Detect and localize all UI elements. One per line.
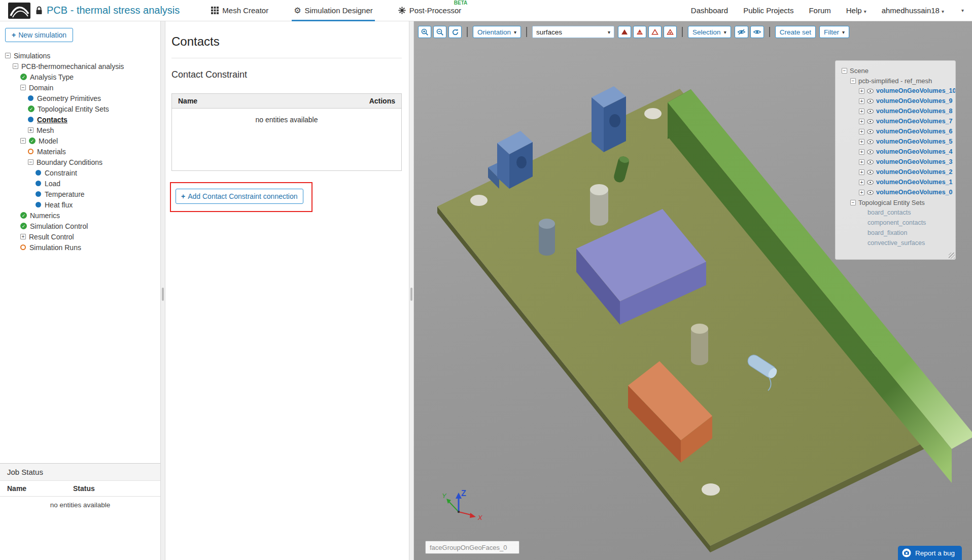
panel-viewport-divider[interactable] — [409, 21, 414, 560]
plus-expander-icon[interactable]: + — [859, 109, 864, 114]
plus-expander-icon[interactable]: + — [20, 234, 26, 239]
panel-resize-handle[interactable] — [162, 288, 164, 301]
link-public-projects[interactable]: Public Projects — [743, 6, 793, 15]
clip-plane-button-2[interactable] — [633, 26, 646, 38]
tree-item-result-control[interactable]: +Result Control — [0, 231, 160, 242]
create-set-button[interactable]: Create set — [775, 26, 816, 38]
link-dashboard[interactable]: Dashboard — [691, 6, 728, 15]
show-all-button[interactable] — [750, 26, 764, 38]
scene-tree-item-topological-entity-sets[interactable]: −Topological Entity Sets — [839, 197, 952, 207]
new-simulation-button[interactable]: + New simulation — [5, 28, 73, 42]
plus-expander-icon[interactable]: + — [28, 127, 33, 133]
plus-expander-icon[interactable]: + — [859, 149, 864, 155]
nav-post-processor[interactable]: Post-Processor BETA — [396, 0, 464, 21]
orientation-dropdown[interactable]: Orientation ▾ — [473, 26, 521, 38]
tree-item-numerics[interactable]: ✓Numerics — [0, 210, 160, 221]
tree-item-boundary-conditions[interactable]: −Boundary Conditions — [0, 157, 160, 167]
selection-dropdown[interactable]: Selection ▾ — [688, 26, 731, 38]
scene-tree-resize-handle[interactable] — [949, 253, 955, 259]
tree-item-simulation-runs[interactable]: Simulation Runs — [0, 242, 160, 253]
add-contact-constraint-button[interactable]: + Add Contact Constraint connection — [176, 189, 303, 204]
minus-expander-icon[interactable]: − — [20, 85, 26, 90]
panel-resize-handle[interactable] — [410, 288, 412, 301]
visibility-eye-icon[interactable] — [867, 99, 874, 103]
scene-tree-item-volumeongeovolumes-4[interactable]: +volumeOnGeoVolumes_4 — [839, 147, 952, 157]
tree-item-load[interactable]: Load — [0, 178, 160, 189]
tree-item-mesh[interactable]: +Mesh — [0, 125, 160, 135]
tree-item-simulations[interactable]: −Simulations — [0, 50, 160, 61]
tree-item-model[interactable]: −✓Model — [0, 135, 160, 146]
plus-expander-icon[interactable]: + — [859, 180, 864, 185]
plus-expander-icon[interactable]: + — [859, 190, 864, 195]
plus-expander-icon[interactable]: + — [859, 169, 864, 175]
3d-viewport[interactable]: X Y Z — [414, 21, 972, 560]
tree-item-temperature[interactable]: Temperature — [0, 189, 160, 199]
plus-expander-icon[interactable]: + — [859, 119, 864, 124]
scene-tree-item-volumeongeovolumes-0[interactable]: +volumeOnGeoVolumes_0 — [839, 187, 952, 197]
minus-expander-icon[interactable]: − — [850, 78, 856, 84]
tree-item-topological-entity-sets[interactable]: ✓Topological Entity Sets — [0, 103, 160, 114]
visibility-eye-icon[interactable] — [867, 180, 874, 185]
plus-expander-icon[interactable]: + — [859, 139, 864, 145]
scene-tree-item-scene[interactable]: −Scene — [839, 65, 952, 76]
sidebar-panel-divider[interactable] — [160, 21, 165, 560]
tree-item-simulation-control[interactable]: ✓Simulation Control — [0, 221, 160, 231]
visibility-eye-icon[interactable] — [867, 170, 874, 174]
hide-selection-button[interactable] — [735, 26, 748, 38]
scene-tree-item-board-fixation[interactable]: board_fixation — [839, 228, 952, 238]
tree-item-constraint[interactable]: Constraint — [0, 167, 160, 178]
face-group-input[interactable] — [425, 541, 519, 554]
tree-item-materials[interactable]: Materials — [0, 146, 160, 157]
scene-tree-item-pcb-simplified-ref-mesh[interactable]: −pcb-simplified - ref_mesh — [839, 76, 952, 86]
minus-expander-icon[interactable]: − — [5, 53, 11, 58]
visibility-eye-icon[interactable] — [867, 190, 874, 195]
scene-tree-item-volumeongeovolumes-2[interactable]: +volumeOnGeoVolumes_2 — [839, 167, 952, 177]
scene-tree-item-convective-surfaces[interactable]: convective_surfaces — [839, 238, 952, 248]
help-menu[interactable]: Help▾ — [846, 6, 866, 15]
tree-item-geometry-primitives[interactable]: Geometry Primitives — [0, 93, 160, 103]
scene-tree-item-volumeongeovolumes-6[interactable]: +volumeOnGeoVolumes_6 — [839, 126, 952, 136]
filter-dropdown[interactable]: Filter ▾ — [819, 26, 849, 38]
visibility-eye-icon[interactable] — [867, 150, 874, 154]
tree-item-domain[interactable]: −Domain — [0, 82, 160, 93]
plus-expander-icon[interactable]: + — [859, 98, 864, 104]
scene-tree-panel[interactable]: −Scene−pcb-simplified - ref_mesh+volumeO… — [835, 60, 956, 260]
scene-tree-item-volumeongeovolumes-7[interactable]: +volumeOnGeoVolumes_7 — [839, 116, 952, 126]
visibility-eye-icon[interactable] — [867, 129, 874, 134]
scene-tree-item-component-contacts[interactable]: component_contacts — [839, 218, 952, 228]
scene-tree-item-volumeongeovolumes-10[interactable]: +volumeOnGeoVolumes_10 — [839, 86, 952, 96]
visibility-eye-icon[interactable] — [867, 119, 874, 124]
zoom-out-button[interactable] — [433, 26, 446, 38]
scene-tree-item-board-contacts[interactable]: board_contacts — [839, 207, 952, 218]
render-mode-select[interactable]: surfaces ▾ — [532, 26, 614, 38]
visibility-eye-icon[interactable] — [867, 139, 874, 144]
plus-expander-icon[interactable]: + — [859, 88, 864, 94]
report-bug-button[interactable]: Report a bug — [898, 546, 962, 560]
minus-expander-icon[interactable]: − — [842, 68, 847, 74]
tree-item-pcb-thermomechanical-analysis[interactable]: −PCB-thermomechanical analysis — [0, 61, 160, 72]
visibility-eye-icon[interactable] — [867, 109, 874, 114]
refresh-view-button[interactable] — [448, 26, 462, 38]
scene-tree-item-volumeongeovolumes-8[interactable]: +volumeOnGeoVolumes_8 — [839, 106, 952, 116]
minus-expander-icon[interactable]: − — [28, 159, 33, 165]
visibility-eye-icon[interactable] — [867, 160, 874, 164]
link-forum[interactable]: Forum — [809, 6, 830, 15]
header-collapse-caret[interactable]: ▾ — [961, 8, 964, 13]
plus-expander-icon[interactable]: + — [859, 129, 864, 134]
clip-plane-button-3[interactable] — [648, 26, 662, 38]
scene-tree-item-volumeongeovolumes-9[interactable]: +volumeOnGeoVolumes_9 — [839, 96, 952, 106]
tree-item-heat-flux[interactable]: Heat flux — [0, 199, 160, 210]
minus-expander-icon[interactable]: − — [850, 200, 856, 205]
nav-mesh-creator[interactable]: Mesh Creator — [209, 0, 270, 21]
user-menu[interactable]: ahmedhussain18▾ — [882, 6, 944, 15]
nav-simulation-designer[interactable]: ⚙ Simulation Designer — [292, 0, 375, 21]
minus-expander-icon[interactable]: − — [13, 63, 18, 69]
scene-tree-item-volumeongeovolumes-3[interactable]: +volumeOnGeoVolumes_3 — [839, 157, 952, 167]
plus-expander-icon[interactable]: + — [859, 159, 864, 165]
clip-plane-button-1[interactable] — [618, 26, 631, 38]
scene-tree-item-volumeongeovolumes-1[interactable]: +volumeOnGeoVolumes_1 — [839, 177, 952, 187]
tree-item-contacts[interactable]: Contacts — [0, 114, 160, 125]
scene-tree-item-volumeongeovolumes-5[interactable]: +volumeOnGeoVolumes_5 — [839, 136, 952, 147]
tree-item-analysis-type[interactable]: ✓Analysis Type — [0, 72, 160, 82]
clip-plane-button-4[interactable] — [664, 26, 677, 38]
